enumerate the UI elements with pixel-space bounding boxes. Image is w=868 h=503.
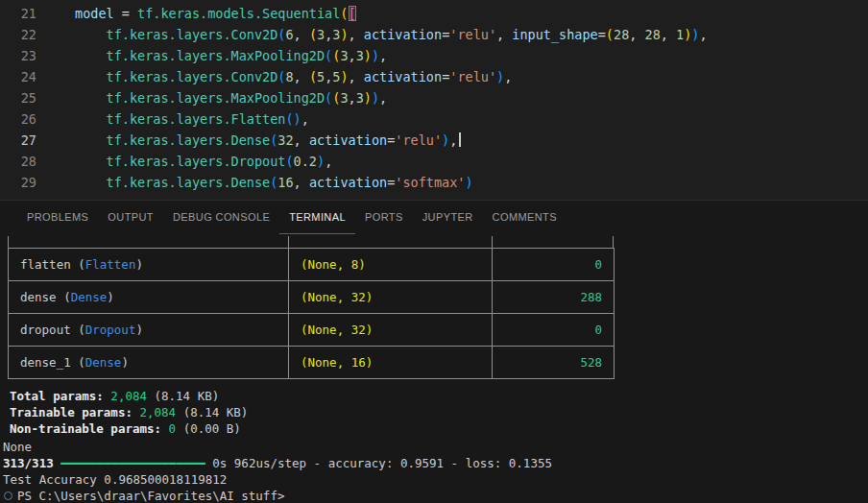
- table-border-stub: [288, 236, 289, 248]
- progress-steps: 313/313: [3, 456, 60, 470]
- panel-tab-bar: PROBLEMSOUTPUTDEBUG CONSOLETERMINALPORTS…: [0, 201, 868, 234]
- code-text: tf.keras.layers.Conv2D(8, (5,5), activat…: [75, 66, 512, 87]
- table-border-stub: [613, 236, 614, 248]
- code-text: model = tf.keras.models.Sequential([: [75, 3, 356, 24]
- none-output-line: None: [3, 439, 868, 455]
- line-number: 25: [0, 87, 36, 108]
- code-line-26[interactable]: 26 tf.keras.layers.Flatten(),: [0, 108, 868, 130]
- line-number: 22: [0, 24, 36, 45]
- command-decoration-icon: [4, 491, 12, 500]
- terminal-prompt[interactable]: PS C:\Users\draar\Favorites\AI stuff>: [3, 488, 868, 503]
- table-cutoff-row: [8, 236, 614, 248]
- code-line-21[interactable]: 21model = tf.keras.models.Sequential([: [0, 3, 868, 24]
- layer-name-cell: dense (Dense): [9, 281, 289, 314]
- param-count-cell: 288: [493, 281, 615, 314]
- code-line-29[interactable]: 29 tf.keras.layers.Dense(16, activation=…: [0, 172, 868, 193]
- line-number: 21: [0, 3, 36, 24]
- tab-problems[interactable]: PROBLEMS: [17, 201, 98, 234]
- code-editor[interactable]: 21model = tf.keras.models.Sequential([22…: [0, 0, 868, 200]
- code-text: tf.keras.layers.Conv2D(6, (3,3), activat…: [75, 24, 708, 45]
- line-number: 27: [0, 130, 36, 151]
- output-shape-cell: (None, 32): [289, 314, 493, 347]
- line-number: 28: [0, 151, 36, 172]
- text-cursor: [459, 132, 461, 147]
- line-number: 26: [0, 108, 36, 130]
- terminal[interactable]: flatten (Flatten)(None, 8)0dense (Dense)…: [0, 234, 868, 503]
- tab-jupyter[interactable]: JUPYTER: [413, 201, 483, 234]
- param-count-cell: 528: [493, 347, 615, 379]
- code-text: tf.keras.layers.Dense(32, activation='re…: [75, 130, 461, 151]
- progress-line: 313/313 ━━━━━━━━━━━━━━━━━━━━ 0s 962us/st…: [3, 455, 868, 471]
- params-line: Total params: 2,084 (8.14 KB): [10, 388, 868, 404]
- code-line-28[interactable]: 28 tf.keras.layers.Dropout(0.2),: [0, 151, 868, 172]
- output-shape-cell: (None, 16): [289, 347, 493, 379]
- layer-name-cell: dropout (Dropout): [9, 314, 289, 347]
- layer-row-dense: dense (Dense)(None, 32)288: [9, 281, 615, 314]
- line-number: 29: [0, 172, 36, 193]
- output-shape-cell: (None, 32): [289, 281, 493, 314]
- prompt-text: PS C:\Users\draar\Favorites\AI stuff>: [17, 488, 284, 503]
- tab-ports[interactable]: PORTS: [355, 201, 413, 234]
- code-text: tf.keras.layers.Dense(16, activation='so…: [75, 172, 473, 193]
- line-number: 24: [0, 66, 36, 87]
- progress-bar: ━━━━━━━━━━━━━━━━━━━━: [60, 456, 205, 470]
- code-line-25[interactable]: 25 tf.keras.layers.MaxPooling2D((3,3)),: [0, 87, 868, 108]
- code-text: tf.keras.layers.MaxPooling2D((3,3)),: [75, 87, 387, 108]
- tab-comments[interactable]: COMMENTS: [483, 201, 567, 234]
- output-shape-cell: (None, 8): [289, 249, 493, 281]
- layer-name-cell: dense_1 (Dense): [9, 347, 289, 379]
- code-text: tf.keras.layers.Flatten(),: [75, 108, 309, 130]
- params-line: Trainable params: 2,084 (8.14 KB): [10, 404, 868, 420]
- table-border-stub: [492, 236, 493, 248]
- line-number: 23: [0, 45, 36, 66]
- model-summary-table: flatten (Flatten)(None, 8)0dense (Dense)…: [8, 248, 615, 379]
- code-line-22[interactable]: 22 tf.keras.layers.Conv2D(6, (3,3), acti…: [0, 24, 868, 45]
- params-summary: Total params: 2,084 (8.14 KB)Trainable p…: [10, 388, 868, 437]
- param-count-cell: 0: [493, 314, 615, 347]
- progress-info: 0s 962us/step - accuracy: 0.9591 - loss:…: [205, 456, 552, 470]
- param-count-cell: 0: [493, 249, 615, 281]
- layer-row-dense_1: dense_1 (Dense)(None, 16)528: [9, 347, 615, 379]
- test-accuracy-line: Test Accuracy 0.968500018119812: [3, 471, 868, 488]
- layer-row-dropout: dropout (Dropout)(None, 32)0: [9, 314, 615, 347]
- code-line-23[interactable]: 23 tf.keras.layers.MaxPooling2D((3,3)),: [0, 45, 868, 66]
- layer-row-flatten: flatten (Flatten)(None, 8)0: [9, 249, 615, 281]
- table-border-stub: [8, 236, 9, 248]
- layer-name-cell: flatten (Flatten): [9, 249, 289, 281]
- bottom-panel: PROBLEMSOUTPUTDEBUG CONSOLETERMINALPORTS…: [0, 200, 868, 503]
- tab-debug-console[interactable]: DEBUG CONSOLE: [163, 201, 279, 234]
- code-text: tf.keras.layers.Dropout(0.2),: [75, 151, 332, 172]
- code-text: tf.keras.layers.MaxPooling2D((3,3)),: [75, 45, 387, 66]
- vscode-window: 21model = tf.keras.models.Sequential([22…: [0, 0, 868, 503]
- code-line-24[interactable]: 24 tf.keras.layers.Conv2D(8, (5,5), acti…: [0, 66, 868, 87]
- params-line: Non-trainable params: 0 (0.00 B): [10, 420, 868, 437]
- code-line-27[interactable]: 27 tf.keras.layers.Dense(32, activation=…: [0, 130, 868, 151]
- tab-output[interactable]: OUTPUT: [98, 201, 163, 234]
- tab-terminal[interactable]: TERMINAL: [279, 201, 355, 234]
